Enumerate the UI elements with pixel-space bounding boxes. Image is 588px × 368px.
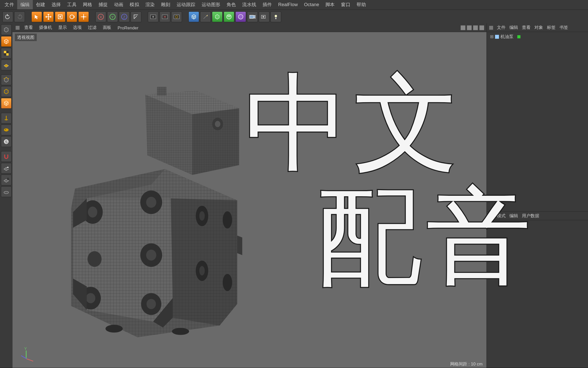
svg-rect-34 (7, 168, 8, 169)
axis-mode-button[interactable] (1, 113, 12, 124)
svg-point-30 (5, 129, 6, 130)
svg-rect-35 (7, 178, 9, 180)
object-manager-tabs: 文件 编辑 查看 对象 标签 书签 (487, 24, 588, 32)
view-menu-filter[interactable]: 过滤 (85, 24, 100, 32)
render-view-button[interactable] (148, 11, 159, 22)
view-menu-view[interactable]: 查看 (21, 24, 36, 32)
view-nav-icon-3[interactable] (473, 25, 478, 30)
menu-select[interactable]: 选择 (48, 0, 64, 10)
menu-plugins[interactable]: 插件 (260, 0, 275, 10)
view-menu-prorender[interactable]: ProRender (115, 24, 142, 31)
z-axis-button[interactable]: Z (119, 11, 130, 22)
svg-point-21 (263, 16, 264, 17)
menu-render[interactable]: 渲染 (142, 0, 158, 10)
menu-file[interactable]: 文件 (2, 0, 17, 10)
polygon-mode-button[interactable] (1, 98, 12, 109)
obj-tab-file[interactable]: 文件 (497, 25, 506, 30)
svg-point-57 (223, 274, 232, 291)
view-menu-cameras[interactable]: 摄像机 (36, 24, 55, 32)
view-menu-display[interactable]: 显示 (55, 24, 70, 32)
menu-simulate[interactable]: 模拟 (127, 0, 142, 10)
obj-tab-tags[interactable]: 标签 (547, 25, 556, 30)
make-editable-button[interactable] (1, 24, 12, 35)
menu-script[interactable]: 脚本 (322, 0, 338, 10)
app-window: 文件 编辑 创建 选择 工具 网格 捕捉 动画 模拟 渲染 雕刻 运动跟踪 运动… (0, 0, 588, 368)
generator-button[interactable] (212, 11, 223, 22)
snap-button[interactable] (1, 151, 12, 162)
menu-tools[interactable]: 工具 (64, 0, 80, 10)
menu-character[interactable]: 角色 (224, 0, 239, 10)
view-nav-icon-2[interactable] (467, 25, 472, 30)
locked-workplane-button[interactable] (1, 175, 12, 186)
planar-workplane-button[interactable] (1, 186, 12, 197)
menu-edit[interactable]: 编辑 (17, 0, 33, 10)
menu-window[interactable]: 窗口 (338, 0, 353, 10)
select-tool-button[interactable] (31, 11, 42, 22)
menu-sculpt[interactable]: 雕刻 (158, 0, 174, 10)
svg-point-11 (152, 16, 154, 17)
visibility-dot-icon[interactable] (517, 35, 520, 38)
viewport-solo-button[interactable]: S (1, 136, 12, 147)
view-nav-icon-1[interactable] (461, 25, 465, 30)
lastused-tool-button[interactable] (78, 11, 89, 22)
view-menu-options[interactable]: 选项 (70, 24, 85, 32)
redo-button[interactable] (14, 11, 25, 22)
svg-point-15 (227, 14, 231, 19)
undo-button[interactable] (2, 11, 13, 22)
obj-tab-edit[interactable]: 编辑 (509, 25, 518, 30)
menu-octane[interactable]: Octane (301, 1, 322, 9)
y-axis-button[interactable]: Y (107, 11, 118, 22)
render-pv-button[interactable] (160, 11, 170, 22)
camera-alt-button[interactable] (259, 11, 270, 22)
edge-mode-button[interactable] (1, 86, 12, 97)
menu-realflow[interactable]: RealFlow (275, 1, 301, 9)
right-panels: 文件 编辑 查看 对象 标签 书签 ⊞ 机油泵 模式 编辑 (486, 24, 588, 368)
camera-button[interactable] (247, 11, 258, 22)
tweak-button[interactable] (1, 124, 12, 135)
object-manager-body[interactable]: ⊞ 机油泵 (487, 32, 588, 211)
point-mode-button[interactable] (1, 74, 12, 85)
menu-pipeline[interactable]: 流水线 (239, 0, 260, 10)
menu-mesh[interactable]: 网格 (80, 0, 95, 10)
object-tree-item[interactable]: ⊞ 机油泵 (490, 34, 585, 40)
view-grip-icon (16, 26, 19, 29)
menu-mograph[interactable]: 运动图形 (199, 0, 224, 10)
prim-cube-button[interactable] (188, 11, 199, 22)
attr-tab-userdata[interactable]: 用户数据 (522, 213, 539, 219)
view-nav-icon-4[interactable] (480, 25, 484, 30)
x-axis-button[interactable]: X (95, 11, 106, 22)
view-menu-panel[interactable]: 面板 (100, 24, 114, 32)
menu-animate[interactable]: 动画 (111, 0, 127, 10)
deformer-button[interactable] (224, 11, 235, 22)
menu-help[interactable]: 帮助 (353, 0, 369, 10)
svg-point-56 (223, 211, 232, 228)
menu-create[interactable]: 创建 (33, 0, 48, 10)
texture-mode-button[interactable] (1, 48, 12, 59)
model-mode-button[interactable] (1, 36, 12, 47)
spline-pen-button[interactable] (200, 11, 211, 22)
object-item-label: 机油泵 (500, 34, 513, 40)
coord-system-button[interactable] (130, 11, 141, 22)
menu-snap[interactable]: 捕捉 (95, 0, 111, 10)
svg-point-55 (199, 266, 205, 275)
attr-tab-mode[interactable]: 模式 (497, 213, 506, 219)
svg-point-18 (238, 14, 243, 19)
scale-tool-button[interactable] (55, 11, 66, 22)
light-button[interactable] (270, 11, 281, 22)
workplane-snap-button[interactable] (1, 163, 12, 174)
menu-motiontrack[interactable]: 运动跟踪 (174, 0, 199, 10)
workplane-button[interactable] (1, 60, 12, 71)
move-tool-button[interactable] (43, 11, 54, 22)
viewport-menubar: 查看 摄像机 显示 选项 过滤 面板 ProRender (13, 24, 486, 32)
rotate-tool-button[interactable] (66, 11, 77, 22)
environment-button[interactable] (235, 11, 246, 22)
obj-tab-bookmarks[interactable]: 书签 (559, 25, 568, 30)
attribute-manager-body[interactable] (487, 220, 588, 223)
obj-tab-view[interactable]: 查看 (522, 25, 531, 30)
perspective-viewport[interactable]: 透视视图 (13, 32, 486, 368)
obj-tab-objects[interactable]: 对象 (534, 25, 543, 30)
svg-point-42 (146, 197, 156, 208)
attr-tab-edit[interactable]: 编辑 (509, 213, 518, 219)
svg-text:X: X (100, 15, 102, 19)
render-settings-button[interactable] (171, 11, 182, 22)
